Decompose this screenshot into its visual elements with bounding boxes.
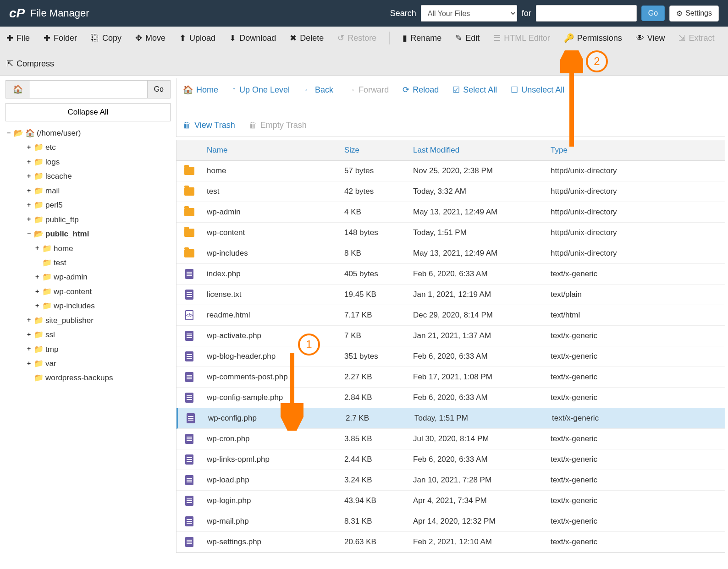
table-row[interactable]: wp-blog-header.php351 bytesFeb 6, 2020, … (176, 346, 725, 367)
collapse-all-button[interactable]: Collapse All (6, 103, 171, 121)
tree-node[interactable]: +📁wp-content (6, 284, 171, 299)
compress-button[interactable]: ⇱Compress (5, 56, 56, 71)
reload-button[interactable]: ⟳Reload (401, 82, 441, 98)
new-folder-button[interactable]: ✚Folder (42, 30, 79, 46)
toggle-icon[interactable]: + (34, 300, 40, 312)
table-row[interactable]: wp-mail.php8.31 KBApr 14, 2020, 12:32 PM… (176, 511, 725, 532)
forward-button[interactable]: →Forward (345, 82, 391, 98)
new-file-button[interactable]: ✚File (5, 30, 32, 46)
table-row[interactable]: wp-includes8 KBMay 13, 2021, 12:49 AMhtt… (176, 243, 725, 264)
tree-node[interactable]: +📁home (6, 241, 171, 256)
move-button[interactable]: ✥Move (133, 30, 167, 46)
toggle-icon[interactable]: + (26, 343, 32, 355)
table-row[interactable]: wp-admin4 KBMay 13, 2021, 12:49 AMhttpd/… (176, 202, 725, 223)
folder-icon: 📁 (42, 256, 52, 270)
table-row[interactable]: wp-login.php43.94 KBApr 4, 2021, 7:34 PM… (176, 491, 725, 511)
table-row[interactable]: wp-settings.php20.63 KBFeb 2, 2021, 12:1… (176, 532, 725, 553)
table-row[interactable]: wp-load.php3.24 KBJan 10, 2021, 7:28 PMt… (176, 470, 725, 491)
tree-node[interactable]: +📁perl5 (6, 198, 171, 212)
th-name[interactable]: Name (202, 140, 340, 160)
table-row[interactable]: wp-cron.php3.85 KBJul 30, 2020, 8:14 PMt… (176, 429, 725, 449)
delete-button[interactable]: ✖Delete (288, 30, 325, 46)
th-icon[interactable] (176, 140, 202, 160)
toggle-icon[interactable]: + (26, 170, 32, 182)
for-label: for (522, 9, 531, 18)
tree-node[interactable]: +📁mail (6, 184, 171, 198)
extract-button[interactable]: ⇲Extract (677, 30, 716, 46)
path-input[interactable] (30, 80, 148, 98)
tree-node[interactable]: +📁etc (6, 140, 171, 154)
th-size[interactable]: Size (340, 140, 408, 160)
copy-button[interactable]: ⿻Copy (89, 31, 123, 46)
toggle-icon[interactable]: − (26, 228, 32, 240)
file-size: 2.44 KB (340, 455, 408, 464)
tree-node[interactable]: +📁tmp (6, 342, 171, 356)
tree-node[interactable]: 📁wordpress-backups (6, 371, 171, 385)
back-button[interactable]: ←Back (302, 82, 335, 98)
tree-node-label: site_publisher (45, 313, 94, 328)
table-row[interactable]: test42 bytesToday, 3:32 AMhttpd/unix-dir… (176, 181, 725, 202)
restore-button[interactable]: ↺Restore (336, 30, 378, 46)
search-scope-select[interactable]: All Your Files (421, 5, 517, 22)
tree-node[interactable]: +📁site_publisher (6, 313, 171, 328)
view-button[interactable]: 👁View (634, 31, 667, 46)
edit-button[interactable]: ✎Edit (453, 30, 481, 46)
tree-node[interactable]: +📁logs (6, 155, 171, 169)
th-modified[interactable]: Last Modified (408, 140, 546, 160)
tree-node[interactable]: +📁lscache (6, 169, 171, 183)
html-editor-button[interactable]: ☰HTML Editor (491, 30, 552, 46)
tree-node[interactable]: 📁test (6, 256, 171, 270)
table-row[interactable]: wp-activate.php7 KBJan 21, 2021, 1:37 AM… (176, 326, 725, 346)
toggle-icon[interactable]: + (26, 142, 32, 153)
toggle-icon[interactable]: + (26, 314, 32, 326)
unselect-all-button[interactable]: ☐Unselect All (509, 82, 566, 98)
search-go-button[interactable]: Go (641, 5, 665, 21)
toggle-icon[interactable]: + (34, 271, 40, 283)
select-all-button[interactable]: ☑Select All (451, 82, 499, 98)
table-row[interactable]: home57 bytesNov 25, 2020, 2:38 PMhttpd/u… (176, 161, 725, 181)
tree-node[interactable]: +📁public_ftp (6, 213, 171, 227)
up-one-level-button[interactable]: ↑Up One Level (230, 82, 292, 98)
tree-node[interactable]: −📂public_html (6, 227, 171, 241)
nav-home-button[interactable]: 🏠Home (181, 82, 220, 98)
tree-root[interactable]: − 📂 🏠 (/home/user) (6, 126, 171, 140)
tree-node[interactable]: +📁var (6, 356, 171, 371)
toggle-icon[interactable]: + (26, 358, 32, 370)
tree-node[interactable]: +📁ssl (6, 328, 171, 342)
view-trash-button[interactable]: 🗑View Trash (181, 118, 237, 133)
home-path-button[interactable]: 🏠 (6, 80, 30, 98)
search-input[interactable] (536, 5, 637, 22)
download-button[interactable]: ⬇Download (227, 30, 278, 46)
permissions-button[interactable]: 🔑Permissions (562, 30, 624, 46)
toggle-icon[interactable]: + (26, 156, 32, 168)
table-row[interactable]: </>readme.html7.17 KBDec 29, 2020, 8:14 … (176, 305, 725, 326)
label: Reload (413, 85, 439, 95)
toggle-icon[interactable]: + (26, 199, 32, 211)
toggle-icon[interactable]: − (6, 127, 12, 139)
empty-trash-button[interactable]: 🗑Empty Trash (247, 118, 309, 133)
upload-button[interactable]: ⬆Upload (177, 30, 217, 46)
tree-node[interactable]: +📁wp-includes (6, 299, 171, 313)
table-row[interactable]: wp-content148 bytesToday, 1:51 PMhttpd/u… (176, 223, 725, 243)
table-row[interactable]: wp-config.php2.7 KBToday, 1:51 PMtext/x-… (176, 408, 725, 429)
file-icon (185, 496, 193, 506)
file-type: httpd/unix-directory (546, 249, 725, 258)
toggle-icon[interactable]: + (26, 213, 32, 225)
settings-button[interactable]: ⚙ Settings (669, 5, 719, 22)
toggle-icon[interactable]: + (26, 185, 32, 197)
toggle-icon[interactable]: + (34, 286, 40, 298)
tree-node[interactable]: +📁wp-admin (6, 270, 171, 284)
table-row[interactable]: license.txt19.45 KBJan 1, 2021, 12:19 AM… (176, 284, 725, 305)
rename-button[interactable]: ▮Rename (401, 30, 443, 46)
table-row[interactable]: wp-comments-post.php2.27 KBFeb 17, 2021,… (176, 367, 725, 388)
file-name: readme.html (202, 311, 340, 320)
toggle-icon[interactable]: + (34, 242, 40, 254)
toggle-icon[interactable]: + (26, 329, 32, 341)
table-row[interactable]: wp-links-opml.php2.44 KBFeb 6, 2020, 6:3… (176, 449, 725, 470)
table-row[interactable]: index.php405 bytesFeb 6, 2020, 6:33 AMte… (176, 264, 725, 284)
tree-node-label: perl5 (45, 198, 63, 212)
table-row[interactable]: wp-config-sample.php2.84 KBFeb 6, 2020, … (176, 388, 725, 408)
file-icon (185, 537, 193, 547)
path-go-button[interactable]: Go (148, 80, 171, 98)
file-icon-cell: </> (176, 310, 202, 320)
